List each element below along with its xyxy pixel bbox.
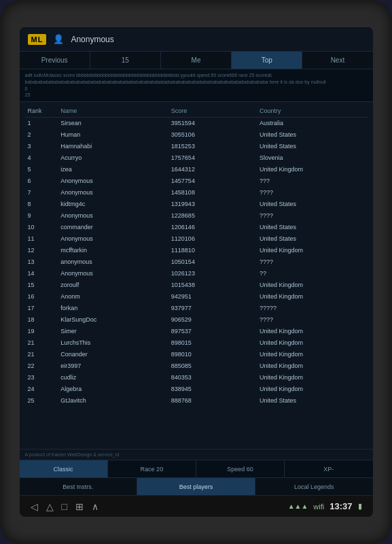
footer-info: A product of Kaizen WebDesign & service_… [20,449,373,460]
cell-score: 1015438 [168,279,257,291]
cell-rank: 9 [25,210,58,222]
back-icon[interactable]: ◁ [31,501,38,512]
cell-score: 1206146 [168,222,257,233]
cell-name: mcfftarkin [58,245,168,256]
cell-name: Anonm [58,291,168,303]
table-container[interactable]: Rank Name Score Country 1 Sirsean 395159… [20,102,373,449]
cell-rank: 15 [25,279,58,291]
cell-rank: 1 [25,118,58,129]
cell-country: United Kingdom [257,279,368,291]
cell-rank: 8 [25,199,58,210]
mode-race20[interactable]: Race 20 [108,460,196,477]
cell-score: 898015 [168,337,257,349]
home-icon[interactable]: △ [46,501,54,512]
cell-country: United Kingdom [257,349,368,360]
cell-rank: 7 [25,187,58,199]
table-row: 11 Anonymous 1120106 United States [25,233,368,245]
cell-country: United States [257,199,368,210]
filter-best-players[interactable]: Best players [137,478,255,495]
cell-country: Slovenia [257,152,368,164]
filter-local-legends[interactable]: Local Legends [255,478,373,495]
ticker-line1: adit iudicMclassic score bbbbbbbbbbbbbbb… [25,72,368,79]
cell-country: United Kingdom [257,384,368,395]
cell-score: 898010 [168,349,257,360]
cell-name: izea [58,164,168,175]
cell-name: kidtmg4c [58,199,168,210]
table-row: 24 Algebra 838945 United Kingdom [25,384,368,395]
cell-country: ???? [257,210,368,222]
cell-name: Sirsean [58,118,168,129]
cell-rank: 17 [25,303,58,314]
cell-country: United Kingdom [257,326,368,337]
cell-country: United States [257,222,368,233]
cell-score: 888768 [168,395,257,407]
table-row: 3 Hamnahabi 1815253 United States [25,141,368,152]
table-row: 13 anonymous 1050154 ???? [25,256,368,268]
content-area: adit iudicMclassic score bbbbbbbbbbbbbbb… [20,69,373,460]
cell-country: ???? [257,314,368,326]
leaderboard-table: Rank Name Score Country 1 Sirsean 395159… [25,105,368,407]
cell-country: ???? [257,187,368,199]
col-rank: Rank [25,105,58,118]
table-row: 5 izea 1644312 United Kingdom [25,164,368,175]
table-row: 8 kidtmg4c 1319943 United States [25,199,368,210]
cell-rank: 13 [25,256,58,268]
cell-score: 1757654 [168,152,257,164]
table-row: 19 Simer 897537 United Kingdom [25,326,368,337]
ml-logo: ML [28,34,47,45]
user-icon: 👤 [53,34,64,44]
tablet-frame: ML 👤 Anonymous Previous 15 Me Top Next a… [0,0,392,544]
col-name: Name [58,105,168,118]
tab-previous[interactable]: Previous [20,52,90,69]
filter-tabs: Best Instrs. Best players Local Legends [20,477,373,495]
tab-next[interactable]: Next [302,52,372,69]
cell-rank: 16 [25,291,58,303]
cell-rank: 19 [25,326,58,337]
cell-name: anonymous [58,256,168,268]
tablet-screen: ML 👤 Anonymous Previous 15 Me Top Next a… [20,27,373,517]
cell-score: 3055106 [168,129,257,141]
mode-speed60[interactable]: Speed 60 [196,460,285,477]
grid-icon[interactable]: ⊞ [75,501,84,512]
mode-xp[interactable]: XP- [285,460,372,477]
cell-name: Algebra [58,384,168,395]
table-row: 17 forkan 937977 ????? [25,303,368,314]
up-icon[interactable]: ∧ [92,501,99,512]
cell-country: United Kingdom [257,360,368,372]
cell-country: United States [257,395,368,407]
cell-name: Conander [58,349,168,360]
table-row: 12 mcfftarkin 1118810 United Kingdom [25,245,368,256]
nav-tabs: Previous 15 Me Top Next [20,52,373,69]
top-bar: ML 👤 Anonymous [20,27,373,52]
recent-icon[interactable]: □ [62,501,67,512]
cell-score: 1458108 [168,187,257,199]
cell-rank: 21 [25,349,58,360]
table-row: 22 eir3997 885085 United Kingdom [25,360,368,372]
tab-me[interactable]: Me [161,52,232,69]
tab-15[interactable]: 15 [90,52,161,69]
ticker-line3: 0 [25,86,368,92]
tab-top[interactable]: Top [232,52,302,69]
mode-classic[interactable]: Classic [20,460,108,477]
cell-country: United States [257,129,368,141]
cell-country: United Kingdom [257,337,368,349]
system-bar: ◁ △ □ ⊞ ∧ ▲▲▲ wifi 13:37 ▮ [20,495,373,517]
cell-score: 1815253 [168,141,257,152]
cell-rank: 4 [25,152,58,164]
cell-name: cudliz [58,372,168,384]
cell-rank: 21 [25,337,58,349]
cell-name: GtJavitch [58,395,168,407]
table-row: 10 commander 1206146 United States [25,222,368,233]
sys-nav-buttons: ◁ △ □ ⊞ ∧ [31,501,99,512]
filter-best-instrs[interactable]: Best Instrs. [20,478,138,495]
col-score: Score [168,105,257,118]
cell-rank: 2 [25,129,58,141]
cell-name: Anonymous [58,233,168,245]
cell-score: 906529 [168,314,257,326]
cell-name: Human [58,129,168,141]
table-row: 21 LurchsThis 898015 United Kingdom [25,337,368,349]
cell-country: United Kingdom [257,164,368,175]
cell-name: Hamnahabi [58,141,168,152]
ticker-bar: adit iudicMclassic score bbbbbbbbbbbbbbb… [20,69,373,102]
cell-score: 1644312 [168,164,257,175]
